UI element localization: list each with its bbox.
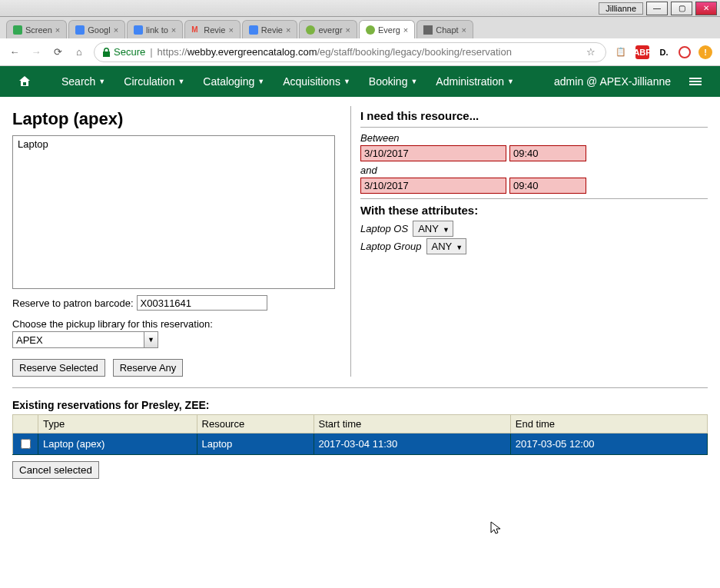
chevron-down-icon: ▼ [343,78,350,85]
leaf-icon [366,25,375,35]
start-date-input[interactable]: 3/10/2017 [360,145,506,161]
cell-end: 2017-03-05 12:00 [510,434,707,455]
browser-tab[interactable]: Chapt× [416,20,473,38]
forward-button[interactable]: → [29,45,43,59]
browser-tabstrip: Screen× Googl× link to× MRevie× Revie× e… [0,17,720,38]
window-user: Jillianne [599,2,643,15]
extension-d-icon[interactable]: D. [657,45,671,59]
main-nav: Search▼ Circulation▼ Cataloging▼ Acquisi… [0,66,720,97]
browser-tab[interactable]: Revie× [242,20,298,38]
barcode-input[interactable] [137,295,267,311]
window-close-button[interactable]: ✕ [695,2,717,15]
start-time-input[interactable]: 09:40 [509,145,586,161]
leaf-icon [306,25,315,35]
window-minimize-button[interactable]: — [646,2,668,15]
close-icon[interactable]: × [55,25,60,35]
home-icon [18,75,31,88]
nav-acquisitions[interactable]: Acquisitions▼ [274,66,360,97]
drive-icon [13,25,22,35]
nav-circulation[interactable]: Circulation▼ [114,66,194,97]
pickup-label: Choose the pickup library for this reser… [12,318,335,330]
docs-icon [75,25,85,35]
alert-icon[interactable]: ! [698,45,712,59]
close-icon[interactable]: × [462,25,466,35]
end-date-input[interactable]: 3/10/2017 [360,178,506,194]
attr-label: Laptop OS [360,223,408,234]
attr-group-select[interactable]: ANY [426,238,467,254]
nav-booking[interactable]: Booking▼ [360,66,427,97]
browser-tab[interactable]: evergr× [299,20,357,38]
page-icon [423,25,433,35]
menu-icon [689,78,702,85]
gmail-icon: M [191,25,201,35]
close-icon[interactable]: × [228,25,233,35]
tab-label: Revie [204,25,225,35]
home-button[interactable]: ⌂ [72,45,86,59]
row-checkbox[interactable] [21,439,31,449]
resource-listbox[interactable]: Laptop [12,135,335,289]
url-text: https://webby.evergreencatalog.com/eg/st… [158,46,512,58]
close-icon[interactable]: × [403,25,408,35]
browser-tab[interactable]: Googl× [68,20,125,38]
tab-label: Everg [378,25,400,35]
close-icon[interactable]: × [286,25,290,35]
cell-start: 2017-03-04 11:30 [314,434,510,455]
nav-user-label[interactable]: admin @ APEX-Jillianne [545,66,680,97]
pickup-select[interactable]: APEX ▼ [12,331,158,348]
resource-title: Laptop (apex) [12,109,335,129]
extension-icon[interactable]: 📋 [614,45,628,59]
chevron-down-icon: ▼ [410,78,417,85]
nav-cataloging[interactable]: Cataloging▼ [194,66,274,97]
reservations-heading: Existing reservations for Presley, ZEE: [12,399,708,411]
url-input[interactable]: Secure | https://webby.evergreencatalog.… [94,42,606,62]
browser-tab[interactable]: MRevie× [184,20,241,38]
cancel-selected-button[interactable]: Cancel selected [12,461,99,479]
close-icon[interactable]: × [114,25,118,35]
reservations-table: Type Resource Start time End time Laptop… [12,414,708,455]
chevron-down-icon: ▼ [257,78,264,85]
pickup-value: APEX [16,334,43,346]
chevron-down-icon: ▼ [144,332,158,347]
window-maximize-button[interactable]: ▢ [671,2,692,15]
browser-tab[interactable]: Everg× [359,20,415,38]
tab-label: Screen [25,25,52,35]
barcode-label: Reserve to patron barcode: [12,297,134,309]
nav-menu-button[interactable] [680,66,711,97]
nav-search[interactable]: Search▼ [52,66,114,97]
attr-os-select[interactable]: ANY [413,221,453,237]
adblock-icon[interactable]: ABP [635,45,649,59]
resource-option[interactable]: Laptop [15,138,333,151]
resource-panel: Laptop (apex) Laptop Reserve to patron b… [12,106,335,377]
col-start: Start time [314,415,510,434]
attr-label: Laptop Group [360,241,422,252]
back-button[interactable]: ← [8,45,22,59]
reload-button[interactable]: ⟳ [51,45,65,59]
window-titlebar: Jillianne — ▢ ✕ [0,0,720,17]
col-checkbox [13,415,38,434]
need-heading: I need this resource... [360,109,708,122]
browser-tab[interactable]: Screen× [6,20,67,38]
star-icon[interactable]: ☆ [584,45,598,59]
chevron-down-icon: ▼ [178,78,184,85]
and-label: and [360,164,708,176]
col-end: End time [510,415,707,434]
nav-home[interactable] [9,66,40,97]
extension-o-icon[interactable] [679,46,691,58]
between-label: Between [360,132,708,144]
close-icon[interactable]: × [171,25,176,35]
secure-label: Secure [114,46,145,58]
docs-icon [134,25,143,35]
reserve-any-button[interactable]: Reserve Any [113,359,184,377]
col-type: Type [38,415,197,434]
close-icon[interactable]: × [346,25,350,35]
lock-icon: Secure [102,46,145,58]
page-content: Laptop (apex) Laptop Reserve to patron b… [0,97,720,510]
table-row[interactable]: Laptop (apex) Laptop 2017-03-04 11:30 20… [13,434,708,455]
browser-tab[interactable]: link to× [127,20,183,38]
nav-administration[interactable]: Administration▼ [426,66,523,97]
reserve-selected-button[interactable]: Reserve Selected [12,359,105,377]
criteria-panel: I need this resource... Between 3/10/201… [350,106,708,377]
tab-label: Chapt [436,25,458,35]
end-time-input[interactable]: 09:40 [509,178,586,194]
attributes-heading: With these attributes: [360,204,708,217]
